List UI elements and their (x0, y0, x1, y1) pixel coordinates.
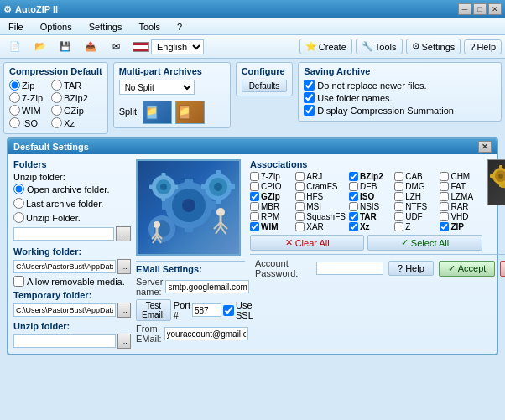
saving-check-1[interactable] (304, 80, 315, 91)
working-browse-button[interactable]: ... (117, 259, 131, 274)
assoc-check-z[interactable] (394, 222, 403, 231)
assoc-check-nsis[interactable] (349, 202, 358, 211)
assoc-check-wim[interactable] (250, 222, 259, 231)
port-label: Port # (174, 300, 190, 320)
toolbar-extract[interactable]: 📤 (79, 37, 102, 57)
tools-button[interactable]: 🔧 Tools (356, 39, 403, 54)
server-input[interactable] (165, 280, 249, 293)
cancel-button[interactable]: ✕ Cancel (500, 261, 505, 277)
multipart-dropdown[interactable]: No Split (119, 80, 195, 95)
close-button[interactable]: ✕ (488, 3, 502, 15)
help-button[interactable]: ? Help (464, 39, 502, 54)
select-all-button[interactable]: ✓ Select All (367, 235, 482, 251)
assoc-item-cpio: CPIO (250, 182, 292, 191)
assoc-check-bzip2[interactable] (349, 172, 358, 181)
radio-zip-input[interactable] (9, 80, 20, 91)
radio-iso-input[interactable] (9, 117, 20, 128)
svg-rect-60 (499, 183, 502, 187)
assoc-check-cpio[interactable] (250, 182, 259, 191)
temp-browse-button[interactable]: ... (117, 303, 131, 318)
unzip-browse-button[interactable]: ... (117, 334, 131, 349)
saving-option-1: Do not replace newer files. (304, 80, 496, 91)
assoc-check-ntfs[interactable] (394, 202, 403, 211)
folder-browse-button[interactable]: ... (116, 226, 131, 241)
radio-xz-input[interactable] (51, 117, 62, 128)
assoc-check-fat[interactable] (440, 182, 449, 191)
create-button[interactable]: ⭐ Create (299, 39, 352, 54)
assoc-check-gzip[interactable] (250, 192, 259, 201)
assoc-check-zip[interactable] (440, 222, 449, 231)
settings-close-button[interactable]: ✕ (478, 141, 492, 153)
minimize-button[interactable]: ─ (458, 3, 471, 15)
saving-check-2[interactable] (304, 92, 315, 103)
defaults-button[interactable]: Defaults (242, 80, 288, 92)
multipart-panel: Multi-part Archives No Split Split: 📁 (113, 62, 231, 128)
assoc-check-mbr[interactable] (250, 202, 259, 211)
assoc-check-xz[interactable] (349, 222, 358, 231)
port-input[interactable] (192, 303, 221, 317)
assoc-check-7-zip[interactable] (250, 172, 259, 181)
assoc-check-cramfs[interactable] (295, 182, 305, 191)
assoc-check-chm[interactable] (440, 172, 449, 181)
unzip-path-input[interactable] (13, 334, 116, 348)
assoc-check-deb[interactable] (349, 182, 358, 191)
open-archive-radio[interactable] (13, 184, 24, 194)
assoc-check-squashfs[interactable] (295, 212, 305, 221)
radio-wim-input[interactable] (9, 105, 20, 116)
assoc-check-arj[interactable] (295, 172, 305, 181)
settings-button[interactable]: ⚙ Settings (406, 39, 461, 54)
last-archive-radio[interactable] (13, 198, 24, 209)
maximize-button[interactable]: □ (473, 3, 487, 15)
radio-gzip-input[interactable] (51, 105, 62, 116)
toolbar-save[interactable]: 💾 (54, 37, 77, 57)
language-dropdown[interactable]: English (151, 39, 204, 54)
assoc-check-rpm[interactable] (250, 212, 259, 221)
toolbar-new[interactable]: 📄 (3, 37, 27, 57)
menu-options[interactable]: Options (35, 21, 77, 33)
assoc-check-rar[interactable] (440, 202, 449, 211)
folder-path-input[interactable] (13, 227, 114, 241)
app-icon: ⚙ (3, 4, 12, 15)
svg-rect-11 (207, 201, 216, 210)
assoc-check-dmg[interactable] (394, 182, 403, 191)
svg-point-35 (160, 184, 167, 190)
assoc-check-hfs[interactable] (295, 192, 305, 201)
assoc-label-rpm: RPM (261, 212, 279, 221)
accept-button[interactable]: ✓ Accept (439, 261, 496, 277)
assoc-check-msi[interactable] (295, 202, 305, 211)
menu-settings[interactable]: Settings (84, 21, 128, 33)
unzip-folder-radio[interactable] (13, 212, 24, 223)
radio-bzip2-input[interactable] (51, 92, 62, 103)
settings-help-button[interactable]: ? Help (388, 261, 434, 276)
temp-label: Temporary folder: (13, 290, 131, 300)
clear-all-button[interactable]: ✕ Clear All (250, 235, 364, 251)
menu-tools[interactable]: Tools (133, 21, 165, 33)
server-label: Server name: (136, 277, 163, 297)
allow-removable-check[interactable] (13, 276, 24, 287)
account-password-input[interactable] (316, 262, 383, 275)
svg-rect-39 (149, 184, 154, 189)
working-path-input[interactable] (13, 260, 116, 273)
assoc-check-iso[interactable] (349, 192, 358, 201)
assoc-check-cab[interactable] (394, 172, 403, 181)
radio-7zip-input[interactable] (9, 92, 20, 103)
toolbar-email[interactable]: ✉ (104, 37, 128, 57)
assoc-check-tar[interactable] (349, 212, 358, 221)
temp-path-input[interactable] (13, 303, 116, 317)
radio-tar-input[interactable] (51, 80, 62, 91)
assoc-check-udf[interactable] (394, 212, 403, 221)
from-input[interactable] (164, 327, 248, 340)
assoc-check-lzma[interactable] (440, 192, 449, 201)
assoc-check-vhd[interactable] (440, 212, 449, 221)
toolbar-open[interactable]: 📂 (29, 37, 52, 57)
settings-left: Folders Unzip folder: Open archive folde… (13, 159, 131, 349)
ssl-checkbox[interactable] (223, 305, 234, 316)
assoc-check-lzh[interactable] (394, 192, 403, 201)
test-email-button[interactable]: Test Email: (136, 299, 171, 321)
menu-help[interactable]: ? (172, 21, 187, 33)
assoc-item-gzip: GZip (250, 192, 292, 201)
saving-check-3[interactable] (304, 105, 315, 116)
title-bar-left: ⚙ AutoZIP II (3, 4, 58, 15)
assoc-check-xar[interactable] (295, 222, 305, 231)
menu-file[interactable]: File (3, 21, 29, 33)
